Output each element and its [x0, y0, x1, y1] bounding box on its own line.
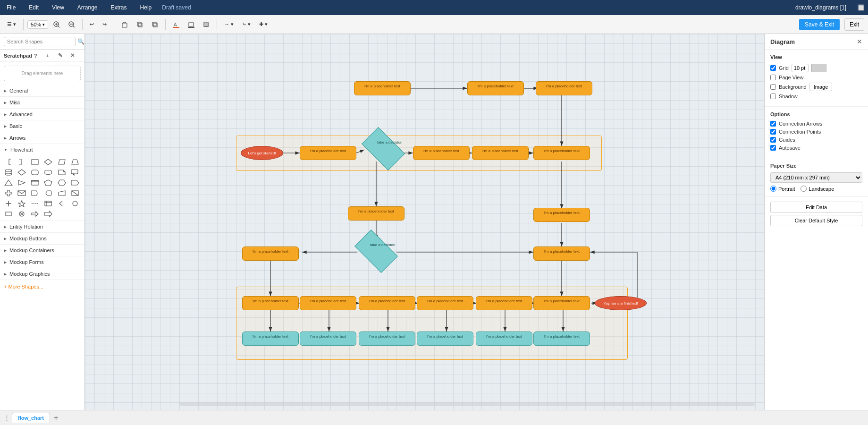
node-18[interactable]: I'm a placeholder text — [417, 296, 473, 310]
shape-diamond2[interactable] — [16, 168, 27, 177]
shape-process[interactable] — [29, 157, 41, 167]
node-15[interactable]: I'm a placeholder text — [242, 296, 299, 310]
shape-x-circle[interactable] — [16, 209, 27, 219]
sidebar-section-header-flowchart[interactable]: Flowchart — [0, 144, 84, 155]
scratchpad-help-icon[interactable]: ? — [34, 53, 44, 59]
shape-cylinder[interactable] — [3, 168, 14, 177]
shape-right-triangle[interactable] — [16, 178, 27, 187]
sidebar-section-header-misc[interactable]: Misc — [0, 97, 84, 108]
waypoint-btn[interactable]: ⤷ ▾ — [239, 19, 254, 29]
node-end[interactable]: Yay, we are finished! — [595, 296, 647, 310]
node-23[interactable]: I'm a placeholder text — [300, 332, 356, 346]
node-27[interactable]: I'm a placeholder text — [533, 332, 590, 346]
shape-circle[interactable] — [69, 199, 81, 208]
node-1[interactable]: I'm a placeholder text — [354, 81, 411, 95]
node-9[interactable]: I'm a placeholder text — [533, 146, 590, 160]
menu-edit[interactable]: Edit — [26, 2, 42, 13]
shape-arrow-right[interactable] — [29, 209, 41, 219]
node-7[interactable]: I'm a placeholder text — [413, 146, 470, 160]
redo-btn[interactable]: ↪ — [99, 19, 110, 29]
shape-rect2[interactable] — [3, 209, 14, 219]
node-2[interactable]: I'm a placeholder text — [467, 81, 524, 95]
shape-message[interactable] — [16, 188, 27, 198]
node-8[interactable]: I'm a placeholder text — [472, 146, 529, 160]
shadow-btn[interactable] — [200, 19, 213, 30]
shape-callout[interactable] — [69, 168, 81, 177]
sidebar-section-header-general[interactable]: General — [0, 85, 84, 96]
shape-display[interactable] — [42, 188, 54, 198]
sidebar-section-header-mockup-forms[interactable]: Mockup Forms — [0, 256, 84, 268]
undo-btn[interactable]: ↩ — [86, 19, 97, 29]
shape-trapezoid[interactable] — [69, 157, 81, 167]
node-12[interactable]: I'm a placeholder text — [242, 246, 299, 261]
landscape-radio[interactable] — [801, 186, 807, 192]
shape-big-arrow[interactable] — [42, 209, 54, 219]
node-19[interactable]: I'm a placeholder text — [476, 296, 532, 310]
background-checkbox[interactable] — [770, 84, 776, 90]
portrait-radio[interactable] — [770, 186, 776, 192]
zoom-control[interactable]: 50% ▾ — [27, 20, 48, 29]
autosave-checkbox[interactable] — [770, 145, 776, 151]
node-11[interactable]: I'm a placeholder text — [533, 208, 590, 222]
horizontal-scrollbar[interactable] — [179, 402, 755, 406]
insert-btn[interactable]: ✚ ▾ — [256, 19, 271, 29]
portrait-label[interactable]: Portrait — [770, 186, 795, 192]
arrow-style-btn[interactable]: → ▾ — [221, 19, 237, 29]
shape-rect-with-lines[interactable] — [29, 178, 41, 187]
shape-star[interactable] — [16, 199, 27, 208]
node-16[interactable]: I'm a placeholder text — [300, 296, 356, 310]
close-panel-btn[interactable]: ✕ — [857, 38, 862, 45]
paper-size-select[interactable]: A4 (210 mm x 297 mm) — [770, 172, 862, 183]
shape-note[interactable] — [56, 168, 67, 177]
shape-triangle[interactable] — [3, 178, 14, 187]
save-exit-button[interactable]: Save & Exit — [799, 19, 840, 30]
search-icon[interactable]: 🔍 — [77, 38, 84, 45]
landscape-label[interactable]: Landscape — [801, 186, 834, 192]
node-22[interactable]: I'm a placeholder text — [242, 332, 299, 346]
shape-plus[interactable] — [3, 199, 14, 208]
shadow-checkbox[interactable] — [770, 94, 776, 99]
shape-strikethrough-rect[interactable] — [69, 188, 81, 198]
scratchpad-close-icon[interactable]: ✕ — [70, 52, 81, 59]
grid-value-input[interactable] — [792, 64, 809, 72]
sidebar-section-header-mockup-buttons[interactable]: Mockup Buttons — [0, 233, 84, 244]
to-front-btn[interactable] — [133, 19, 146, 30]
node-decision-1[interactable]: take a decision — [364, 137, 402, 161]
menu-toggle-btn[interactable]: ☰ ▾ — [4, 19, 19, 29]
sidebar-section-header-basic[interactable]: Basic — [0, 120, 84, 132]
guides-checkbox[interactable] — [770, 137, 776, 143]
node-5[interactable]: I'm a placeholder text — [300, 146, 356, 160]
tab-flow-chart[interactable]: flow_chart — [12, 413, 50, 423]
menu-file[interactable]: File — [4, 2, 18, 13]
shape-dotted-line[interactable] — [29, 199, 41, 208]
more-shapes[interactable]: + More Shapes... — [0, 280, 84, 293]
node-3[interactable]: I'm a placeholder text — [536, 81, 592, 95]
sidebar-section-header-entity[interactable]: Entity Relation — [0, 221, 84, 232]
page-view-checkbox[interactable] — [770, 75, 776, 80]
node-decision-2[interactable]: take a decision — [357, 239, 395, 263]
shape-rounded-rect[interactable] — [29, 168, 41, 177]
sidebar-section-header-advanced[interactable]: Advanced — [0, 109, 84, 120]
node-24[interactable]: I'm a placeholder text — [359, 332, 415, 346]
node-17[interactable]: I'm a placeholder text — [359, 296, 415, 310]
shape-hexagon[interactable] — [56, 178, 67, 187]
node-10[interactable]: I'm a placeholder text — [348, 206, 405, 221]
shape-pentagon[interactable] — [42, 178, 54, 187]
clear-style-button[interactable]: Clear Default Style — [770, 215, 862, 226]
menu-arrange[interactable]: Arrange — [75, 2, 101, 13]
node-25[interactable]: I'm a placeholder text — [417, 332, 473, 346]
shape-cross[interactable] — [3, 188, 14, 198]
sidebar-section-header-mockup-graphics[interactable]: Mockup Graphics — [0, 268, 84, 280]
shape-bracket-left[interactable] — [3, 157, 14, 167]
fill-color-btn[interactable]: A — [169, 19, 183, 30]
node-14[interactable]: I'm a placeholder text — [533, 246, 590, 261]
zoom-dropdown-icon[interactable]: ▾ — [42, 22, 45, 27]
menu-extras[interactable]: Extras — [108, 2, 130, 13]
grid-checkbox[interactable] — [770, 65, 776, 71]
tab-add-btn[interactable]: + — [50, 412, 62, 424]
shape-internal-storage[interactable] — [42, 199, 54, 208]
sidebar-section-header-arrows[interactable]: Arrows — [0, 132, 84, 144]
shape-decision[interactable] — [42, 157, 54, 167]
exit-button[interactable]: Exit — [844, 18, 864, 31]
shape-annotation[interactable] — [56, 199, 67, 208]
